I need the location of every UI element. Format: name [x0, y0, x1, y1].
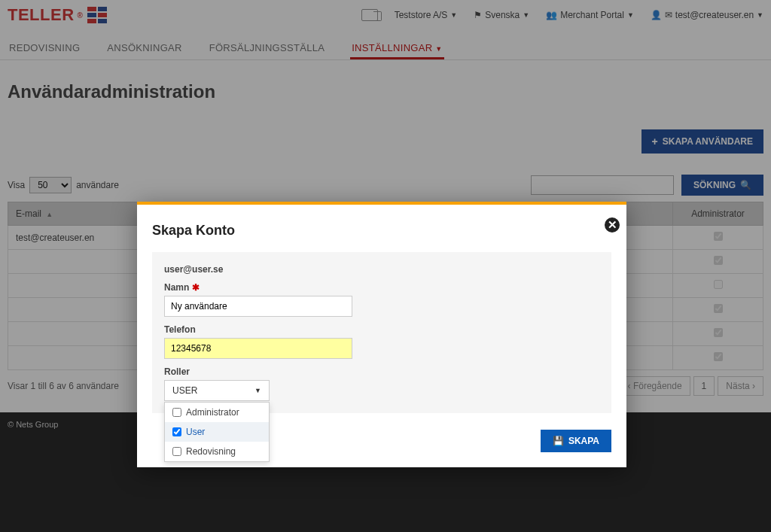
modal-close-button[interactable]: ✕ — [602, 215, 622, 235]
name-label: Namn ✱ — [164, 282, 599, 293]
close-icon: ✕ — [608, 218, 617, 232]
phone-label: Telefon — [164, 324, 599, 335]
roles-dropdown[interactable]: USER Administrator User Redovisning — [164, 380, 270, 401]
role-option-redovisning[interactable]: Redovisning — [165, 442, 269, 461]
account-form: user@user.se Namn ✱ Telefon Roller USER … — [152, 252, 611, 413]
modal-title: Skapa Konto — [152, 223, 611, 239]
roles-dropdown-menu: Administrator User Redovisning — [164, 402, 270, 462]
name-input[interactable] — [164, 296, 352, 317]
role-checkbox[interactable] — [172, 408, 181, 417]
role-checkbox[interactable] — [172, 427, 181, 436]
roles-selected: USER — [172, 385, 197, 396]
create-account-modal: ✕ Skapa Konto user@user.se Namn ✱ Telefo… — [137, 202, 626, 467]
role-option-user[interactable]: User — [165, 422, 269, 442]
roles-label: Roller — [164, 366, 599, 377]
create-label: SKAPA — [568, 436, 599, 446]
account-email: user@user.se — [164, 264, 599, 275]
create-button[interactable]: 💾 SKAPA — [541, 430, 611, 452]
role-option-administrator[interactable]: Administrator — [165, 403, 269, 422]
roles-dropdown-toggle[interactable]: USER — [164, 380, 270, 401]
phone-input[interactable] — [164, 338, 352, 359]
save-icon: 💾 — [553, 436, 564, 446]
role-checkbox[interactable] — [172, 447, 181, 456]
required-icon: ✱ — [192, 282, 200, 293]
